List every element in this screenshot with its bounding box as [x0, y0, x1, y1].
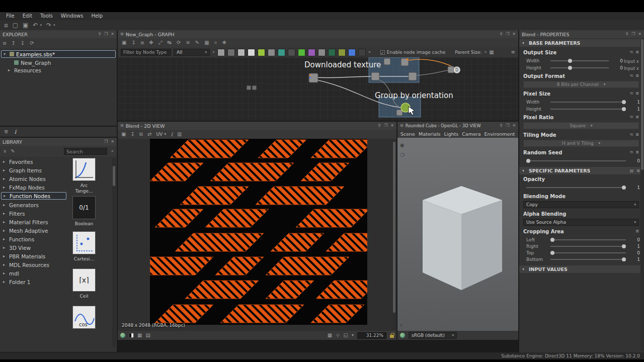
export-icon[interactable]: ↧ — [131, 40, 135, 45]
pixel-width-slider[interactable] — [550, 102, 626, 103]
library-tree-item-generators[interactable]: ▸Generators — [1, 201, 66, 209]
info-icon[interactable]: i — [14, 129, 16, 135]
node-type-icon[interactable] — [308, 49, 315, 56]
float-icon[interactable]: ❐ — [506, 32, 509, 36]
graph-node[interactable] — [371, 72, 379, 80]
pencil-icon[interactable]: ✎ — [195, 40, 199, 45]
channels-icon[interactable]: ▦ — [137, 333, 142, 338]
import-icon[interactable]: ↥ — [11, 41, 15, 46]
param-value[interactable]: 1 — [628, 244, 640, 249]
param-menu-icon[interactable]: ≣ — [635, 150, 639, 154]
close-icon[interactable]: ✕ — [390, 124, 394, 128]
float-icon[interactable]: ❐ — [104, 140, 108, 144]
library-tree-item-filters[interactable]: ▸Filters — [1, 210, 66, 217]
menu-camera[interactable]: Camera — [462, 131, 480, 137]
crop-right-slider[interactable] — [550, 246, 626, 247]
search-input[interactable] — [64, 148, 107, 155]
library-tree-item-fxmap-nodes[interactable]: ▸FxMap Nodes — [1, 184, 66, 191]
param-value[interactable]: 1 — [628, 257, 640, 262]
float-icon[interactable]: ❐ — [384, 124, 387, 128]
specific-parameters-section[interactable]: ▾ SPECIFIC PARAMETERS ▤ ≣ — [519, 167, 643, 174]
graph-node[interactable] — [409, 72, 417, 80]
crop-top-slider[interactable] — [550, 252, 626, 253]
filter-icon[interactable]: ⋎ — [3, 149, 7, 154]
explorer-item-graph[interactable]: New_Graph — [1, 59, 116, 66]
export-icon[interactable]: ↧ — [21, 41, 25, 46]
crop-left-slider[interactable] — [550, 239, 626, 240]
dock-icon[interactable]: ⊞ — [120, 32, 124, 36]
node-type-icon[interactable] — [278, 49, 285, 56]
param-value[interactable]: 1 — [628, 100, 640, 105]
link-icon[interactable]: ⧈ — [141, 40, 144, 45]
reset-icon[interactable]: ⟲ — [630, 74, 633, 78]
library-tree-item-graph-items[interactable]: ▸Graph Items — [1, 166, 66, 174]
menu-windows[interactable]: Windows — [57, 12, 88, 20]
properties-vscrollbar[interactable] — [640, 39, 644, 351]
axes-icon[interactable]: ⌗ — [214, 40, 217, 45]
link-icon[interactable]: ⧈ — [3, 41, 6, 46]
colorspace-dropdown[interactable]: sRGB (default) ▾ — [409, 332, 457, 339]
node-type-icon[interactable] — [338, 49, 346, 56]
param-value[interactable]: 1 — [628, 107, 640, 112]
graph-node[interactable] — [401, 58, 409, 66]
view3d-canvas[interactable]: ◉ ❍ ⌗ — [397, 138, 518, 331]
menu-icon[interactable]: ≡ — [511, 50, 515, 55]
snap-icon[interactable]: ↹ — [168, 40, 172, 45]
reset-icon[interactable]: ⟲ — [630, 150, 633, 154]
library-tree-item-3d-view[interactable]: ▸3D View — [1, 244, 66, 251]
pin-icon[interactable]: ⚲ — [500, 124, 503, 128]
library-tree-item-function-nodes[interactable]: ▸Function Nodes — [1, 192, 66, 200]
tiling-mode-dropdown[interactable]: H and V Tiling ▾ — [523, 140, 639, 147]
sync-icon[interactable]: ⟳ — [177, 40, 181, 45]
input-values-section[interactable]: ▾ INPUT VALUES — [519, 265, 643, 273]
library-tree-item-atomic-nodes[interactable]: ▸Atomic Nodes — [1, 175, 66, 183]
explorer-item-resources[interactable]: ▸ Resources — [1, 66, 116, 74]
pin-icon[interactable]: ⚲ — [98, 32, 101, 36]
close-icon[interactable]: ✕ — [111, 140, 114, 144]
pin-icon[interactable]: ⚲ — [500, 32, 503, 36]
pan-icon[interactable]: ✥ — [149, 40, 153, 45]
param-menu-icon[interactable]: ≣ — [635, 115, 639, 119]
library-item-cartesian[interactable]: Cartesi... — [69, 231, 112, 268]
redo-caret-icon[interactable]: ▾ — [53, 23, 55, 27]
opacity-slider[interactable] — [526, 187, 626, 188]
graph-node-output[interactable]: D — [448, 66, 460, 73]
node-type-icon[interactable] — [217, 49, 225, 56]
camera-icon[interactable]: ◉ — [400, 143, 405, 148]
close-icon[interactable]: ✕ — [512, 124, 516, 128]
uv-dropdown[interactable]: UV ▾ — [156, 132, 166, 137]
library-tree-item-folder-1[interactable]: ▸Folder 1 — [1, 278, 66, 286]
caret-right-icon[interactable]: ▸ — [8, 68, 12, 72]
info-icon[interactable]: i — [171, 131, 173, 137]
graph-node-mini[interactable] — [247, 85, 251, 90]
library-tree-item-material-filters[interactable]: ▸Material Filters — [1, 218, 66, 226]
library-tree-item-mesh-adaptive[interactable]: ▸Mesh Adaptive — [1, 227, 66, 234]
wave-icon[interactable]: ≋ — [186, 40, 190, 45]
library-item-arc-tangent[interactable]: Arc Tange... — [69, 158, 112, 196]
graph-node[interactable] — [384, 58, 390, 65]
sync-icon[interactable]: ⟳ — [30, 41, 34, 46]
menu-tools[interactable]: Tools — [36, 12, 57, 20]
node-type-icon[interactable] — [358, 49, 366, 56]
material-mode-icon[interactable] — [400, 333, 405, 338]
menu-environment[interactable]: Environment — [484, 131, 515, 137]
node-type-icon[interactable] — [237, 49, 245, 56]
output-height-slider[interactable] — [550, 67, 609, 68]
node-type-icon[interactable] — [248, 49, 255, 56]
pixel-height-slider[interactable] — [550, 109, 626, 110]
graph-canvas[interactable]: D Downloaded texture Group by orientatio… — [118, 57, 518, 121]
grid-icon[interactable]: ▦ — [489, 50, 494, 55]
close-icon[interactable]: ✕ — [512, 32, 516, 36]
menu-help[interactable]: Help — [87, 12, 107, 20]
library-item-boolean[interactable]: 0/1 Boolean — [69, 196, 112, 232]
close-icon[interactable]: ✕ — [638, 32, 641, 36]
param-menu-icon[interactable]: ≣ — [635, 133, 639, 137]
dock-icon[interactable]: ⊞ — [120, 124, 124, 128]
edit-icon[interactable]: ✎ — [11, 149, 15, 154]
library-tree-item-functions[interactable]: ▸Functions — [1, 235, 66, 243]
cache-toggle[interactable]: ✓ Enable node image cache — [380, 50, 445, 55]
graph-node[interactable] — [309, 73, 318, 82]
float-icon[interactable]: ❐ — [631, 32, 635, 36]
crop-bottom-slider[interactable] — [550, 259, 626, 260]
undo-caret-icon[interactable]: ▾ — [40, 23, 42, 27]
